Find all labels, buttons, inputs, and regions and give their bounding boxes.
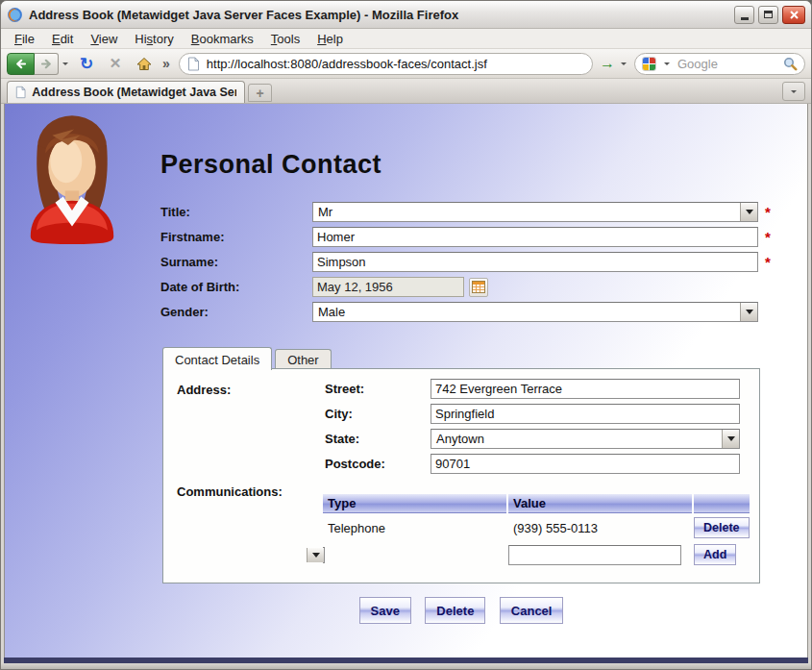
communications-table: Type Value Telephone (939) 555-0113 Dele… bbox=[321, 492, 751, 569]
gender-select-value: Male bbox=[318, 305, 345, 319]
dob-row: Date of Birth: bbox=[160, 277, 775, 297]
menu-file[interactable]: File bbox=[7, 30, 42, 48]
menu-edit[interactable]: Edit bbox=[44, 30, 81, 48]
stop-button[interactable]: ✕ bbox=[103, 52, 128, 75]
title-select-value: Mr bbox=[318, 205, 332, 219]
new-comm-type-select[interactable] bbox=[323, 547, 325, 563]
google-icon bbox=[642, 57, 656, 71]
new-tab-button[interactable]: + bbox=[248, 84, 272, 102]
chevron-down-icon[interactable] bbox=[307, 548, 324, 562]
back-button[interactable] bbox=[7, 53, 35, 75]
home-button[interactable] bbox=[132, 52, 157, 75]
search-box bbox=[634, 53, 805, 75]
firefox-logo-icon bbox=[7, 7, 23, 23]
gender-select[interactable]: Male bbox=[312, 302, 758, 322]
add-row-button[interactable]: Add bbox=[694, 544, 736, 565]
chevron-down-icon[interactable] bbox=[740, 203, 757, 221]
comm-type-cell: Telephone bbox=[323, 515, 506, 540]
browser-tab-bar: Address Book (Metawidget Java Ser... + bbox=[1, 79, 811, 104]
list-tabs-caret-icon bbox=[791, 90, 797, 93]
home-icon bbox=[136, 57, 152, 71]
add-row: Add bbox=[323, 542, 750, 567]
menu-tools[interactable]: Tools bbox=[263, 30, 308, 48]
menu-bookmarks[interactable]: Bookmarks bbox=[184, 30, 261, 48]
maximize-icon bbox=[764, 11, 773, 18]
menu-bar: File Edit View History Bookmarks Tools H… bbox=[1, 29, 811, 49]
title-row: Title: Mr * bbox=[160, 202, 775, 222]
address-section-label: Address: bbox=[177, 383, 231, 397]
page-title: Personal Contact bbox=[160, 150, 381, 180]
tab-contact-details[interactable]: Contact Details bbox=[162, 347, 272, 370]
tab-address-book[interactable]: Address Book (Metawidget Java Ser... bbox=[7, 81, 245, 103]
street-input[interactable] bbox=[431, 379, 740, 399]
title-label: Title: bbox=[160, 205, 312, 219]
tab-title: Address Book (Metawidget Java Ser... bbox=[32, 86, 236, 99]
toolbar-overflow-chevron[interactable]: » bbox=[159, 56, 174, 71]
calendar-button[interactable] bbox=[469, 278, 488, 297]
comm-value-cell: (939) 555-0113 bbox=[508, 515, 692, 540]
delete-button[interactable]: Delete bbox=[425, 597, 485, 624]
chevron-down-icon[interactable] bbox=[740, 303, 757, 321]
page-favicon bbox=[187, 57, 200, 71]
firstname-label: Firstname: bbox=[160, 230, 312, 244]
surname-row: Surname: * bbox=[160, 252, 775, 272]
street-row: Street: bbox=[325, 379, 740, 399]
search-magnifier-icon[interactable] bbox=[783, 57, 798, 71]
tab-other[interactable]: Other bbox=[275, 349, 332, 369]
search-input[interactable] bbox=[677, 57, 779, 71]
list-all-tabs-button[interactable] bbox=[782, 82, 805, 101]
minimize-icon bbox=[741, 17, 749, 20]
column-header-value: Value bbox=[508, 494, 692, 513]
new-comm-value-input[interactable] bbox=[508, 545, 681, 565]
surname-input[interactable] bbox=[312, 252, 758, 272]
search-engine-caret[interactable] bbox=[664, 62, 670, 65]
url-input[interactable] bbox=[207, 57, 584, 71]
state-select-value: Anytown bbox=[436, 432, 484, 446]
required-asterisk: * bbox=[765, 229, 771, 245]
address-fields: Street: City: State: Anytown bbox=[325, 379, 740, 479]
go-dropdown-caret[interactable] bbox=[621, 62, 627, 65]
contact-avatar-image bbox=[22, 110, 122, 244]
state-label: State: bbox=[325, 432, 431, 446]
dob-label: Date of Birth: bbox=[160, 280, 312, 294]
city-row: City: bbox=[325, 404, 740, 424]
city-input[interactable] bbox=[431, 404, 740, 424]
gender-label: Gender: bbox=[160, 305, 312, 319]
column-header-actions bbox=[694, 494, 750, 513]
browser-window: Address Book (Metawidget Java Server Fac… bbox=[0, 0, 812, 670]
communications-header-row: Type Value bbox=[323, 494, 750, 513]
refresh-button[interactable]: ↻ bbox=[74, 52, 99, 75]
cancel-button[interactable]: Cancel bbox=[500, 597, 564, 624]
maximize-button[interactable] bbox=[758, 6, 778, 24]
details-tab-strip: Contact Details Other bbox=[162, 346, 760, 369]
form-action-bar: Save Delete Cancel bbox=[162, 597, 760, 624]
required-asterisk: * bbox=[765, 204, 771, 220]
state-select[interactable]: Anytown bbox=[431, 429, 740, 449]
dob-input[interactable] bbox=[312, 277, 464, 297]
title-select[interactable]: Mr bbox=[312, 202, 758, 222]
window-title: Address Book (Metawidget Java Server Fac… bbox=[29, 8, 734, 22]
city-label: City: bbox=[325, 407, 431, 421]
delete-row-button[interactable]: Delete bbox=[694, 517, 750, 538]
window-titlebar: Address Book (Metawidget Java Server Fac… bbox=[1, 1, 811, 29]
page-content: Personal Contact Title: Mr * Firstname: … bbox=[4, 104, 808, 658]
menu-help[interactable]: Help bbox=[309, 30, 351, 48]
forward-button[interactable] bbox=[35, 53, 59, 75]
close-button[interactable] bbox=[782, 6, 805, 24]
menu-history[interactable]: History bbox=[127, 30, 181, 48]
firstname-input[interactable] bbox=[312, 227, 758, 247]
menu-view[interactable]: View bbox=[83, 30, 125, 48]
postcode-label: Postcode: bbox=[325, 457, 431, 471]
minimize-button[interactable] bbox=[734, 6, 754, 24]
details-tab-control: Contact Details Other Address: Street: C… bbox=[162, 346, 760, 583]
postcode-input[interactable] bbox=[431, 454, 740, 474]
history-dropdown-caret[interactable] bbox=[62, 62, 68, 65]
communications-section-label: Communications: bbox=[177, 484, 283, 499]
go-button[interactable]: → bbox=[598, 55, 617, 72]
postcode-row: Postcode: bbox=[325, 454, 740, 474]
save-button[interactable]: Save bbox=[359, 597, 411, 624]
chevron-down-icon[interactable] bbox=[722, 430, 739, 448]
url-bar bbox=[179, 53, 593, 75]
close-icon bbox=[790, 11, 799, 19]
calendar-icon bbox=[472, 281, 485, 293]
